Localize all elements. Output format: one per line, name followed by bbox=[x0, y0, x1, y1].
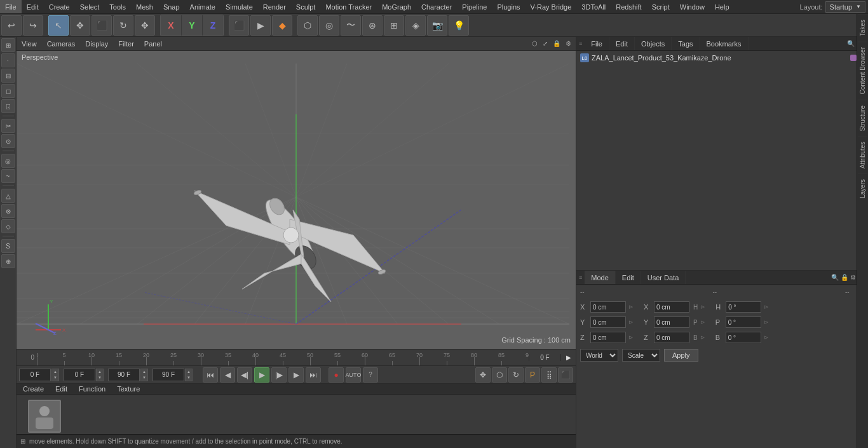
frame-current-input[interactable] bbox=[64, 369, 95, 381]
vp-menu-cameras[interactable]: Cameras bbox=[44, 40, 78, 48]
tp-move-mode-button[interactable]: ✥ bbox=[475, 367, 491, 383]
attr-size-h-input[interactable] bbox=[726, 301, 761, 313]
tp-key-mode-button[interactable]: ⬡ bbox=[492, 367, 507, 383]
axis-y-button[interactable]: Y bbox=[182, 15, 202, 36]
menu-mograph[interactable]: MoGraph bbox=[377, 0, 416, 13]
menu-window[interactable]: Window bbox=[675, 0, 710, 13]
attr-tab-edit[interactable]: Edit bbox=[616, 271, 641, 284]
vp-ctrl-maximize[interactable]: ⬡ bbox=[530, 39, 539, 48]
axis-z-button[interactable]: Z bbox=[203, 15, 223, 36]
menu-vray[interactable]: V-Ray Bridge bbox=[526, 0, 577, 13]
select-tool-button[interactable]: ↖ bbox=[48, 15, 69, 36]
tp-param-button[interactable]: P bbox=[525, 367, 540, 383]
obj-tab-edit[interactable]: Edit bbox=[609, 37, 635, 50]
obj-search-icon[interactable]: 🔍 bbox=[844, 40, 857, 47]
viewport[interactable]: Y X Z Perspective Grid Spacing : 100 cm bbox=[17, 51, 576, 349]
lt-polygons-button[interactable]: ◻ bbox=[1, 84, 15, 98]
tp-fcurve-button[interactable]: ↻ bbox=[508, 367, 524, 383]
obj-tab-bookmarks[interactable]: Bookmarks bbox=[700, 37, 749, 50]
render-region-button[interactable]: ⬛ bbox=[229, 15, 249, 36]
attr-settings-icon[interactable]: ⚙ bbox=[850, 274, 856, 281]
menu-3dtoall[interactable]: 3DToAll bbox=[576, 0, 611, 13]
mm-edit[interactable]: Edit bbox=[53, 384, 70, 394]
vp-ctrl-arrows[interactable]: ⤢ bbox=[541, 39, 550, 48]
attr-pos-y-input[interactable] bbox=[590, 316, 626, 328]
lt-knife-button[interactable]: ✂ bbox=[1, 119, 15, 133]
menu-help[interactable]: Help bbox=[710, 0, 735, 13]
lt-edges-button[interactable]: ⊟ bbox=[1, 69, 15, 83]
object-item[interactable]: L0 ZALA_Lancet_Product_53_Kamikaze_Drone bbox=[578, 52, 867, 64]
attr-tab-mode[interactable]: Mode bbox=[585, 271, 616, 284]
axis-x-button[interactable]: X bbox=[161, 15, 181, 36]
lt-sculpt-button[interactable]: ⊕ bbox=[1, 254, 15, 268]
menu-motion-tracker[interactable]: Motion Tracker bbox=[320, 0, 377, 13]
menu-animate[interactable]: Animate bbox=[185, 0, 220, 13]
menu-character[interactable]: Character bbox=[416, 0, 457, 13]
redo-button[interactable]: ↪ bbox=[23, 15, 43, 36]
vp-ctrl-lock[interactable]: 🔒 bbox=[551, 39, 562, 48]
transform-tool-button[interactable]: ✥ bbox=[135, 15, 155, 36]
lt-loop-button[interactable]: ⊙ bbox=[1, 134, 15, 148]
frame-current-spin[interactable]: ▲ ▼ bbox=[96, 369, 104, 381]
tp-next-frame-button[interactable]: ▶ bbox=[288, 367, 304, 383]
tp-prev-frame-button[interactable]: ◀ bbox=[220, 367, 235, 383]
menu-tools[interactable]: Tools bbox=[104, 0, 131, 13]
attr-search-icon[interactable]: 🔍 bbox=[831, 274, 839, 281]
side-tab-content-browser[interactable]: Content Browser bbox=[858, 41, 867, 99]
frame-end-input[interactable] bbox=[108, 369, 140, 381]
lt-uvw-button[interactable]: ⌺ bbox=[1, 99, 15, 113]
tp-play-button[interactable]: ▶ bbox=[254, 367, 269, 383]
obj-tab-file[interactable]: File bbox=[585, 37, 609, 50]
side-tab-takes[interactable]: Takes bbox=[858, 14, 867, 41]
transform-mode-dropdown[interactable]: Scale Move Rotate bbox=[622, 349, 660, 362]
attr-rot-h-input[interactable] bbox=[654, 301, 689, 313]
menu-simulate[interactable]: Simulate bbox=[220, 0, 258, 13]
attr-rot-b-input[interactable] bbox=[654, 332, 689, 343]
tp-prev-key-button[interactable]: ◀| bbox=[237, 367, 252, 383]
frame-start-spin[interactable]: ▲ ▼ bbox=[51, 369, 59, 381]
obj-tab-tags[interactable]: Tags bbox=[672, 37, 700, 50]
tp-auto-key-button[interactable]: AUTO bbox=[346, 367, 361, 383]
menu-plugins[interactable]: Plugins bbox=[492, 0, 525, 13]
tp-goto-end-button[interactable]: ⏭ bbox=[306, 367, 321, 383]
vp-menu-view[interactable]: View bbox=[19, 40, 39, 48]
light-button[interactable]: 💡 bbox=[449, 15, 469, 36]
side-tab-structure[interactable]: Structure bbox=[858, 100, 867, 137]
apply-button[interactable]: Apply bbox=[664, 349, 698, 362]
undo-button[interactable]: ↩ bbox=[1, 15, 22, 36]
vp-menu-display[interactable]: Display bbox=[83, 40, 111, 48]
lt-bevel-button[interactable]: ◇ bbox=[1, 219, 15, 233]
frame-start-input[interactable] bbox=[19, 369, 51, 381]
tp-record-button[interactable]: ● bbox=[329, 367, 344, 383]
attr-rot-p-input[interactable] bbox=[654, 316, 689, 328]
menu-edit[interactable]: Edit bbox=[22, 0, 44, 13]
lt-mode-button[interactable]: ⊞ bbox=[1, 38, 15, 52]
deformer-button[interactable]: ⊛ bbox=[362, 15, 383, 36]
side-tab-attributes[interactable]: Attributes bbox=[858, 136, 867, 173]
rotate-tool-button[interactable]: ↻ bbox=[113, 15, 133, 36]
lt-extrude-button[interactable]: △ bbox=[1, 189, 15, 203]
menu-pipeline[interactable]: Pipeline bbox=[457, 0, 492, 13]
mm-function[interactable]: Function bbox=[76, 384, 108, 394]
lt-smooth-button[interactable]: ~ bbox=[1, 169, 15, 183]
attr-lock-icon[interactable]: 🔒 bbox=[841, 274, 848, 281]
attr-size-p-input[interactable] bbox=[726, 316, 761, 328]
tp-goto-start-button[interactable]: ⏮ bbox=[203, 367, 218, 383]
vp-menu-filter[interactable]: Filter bbox=[116, 40, 136, 48]
camera-button[interactable]: 📷 bbox=[427, 15, 447, 36]
vp-ctrl-settings[interactable]: ⚙ bbox=[564, 39, 573, 48]
instance-button[interactable]: ◈ bbox=[405, 15, 426, 36]
menu-mesh[interactable]: Mesh bbox=[131, 0, 158, 13]
tp-next-key-button[interactable]: |▶ bbox=[271, 367, 287, 383]
menu-script[interactable]: Script bbox=[647, 0, 675, 13]
timeline-ruler[interactable]: 051015202530354045505560657075808590 bbox=[37, 350, 529, 366]
attr-tab-userdata[interactable]: User Data bbox=[641, 271, 686, 284]
tp-clapboard-button[interactable]: ⬛ bbox=[558, 367, 573, 383]
timeline-frame-arrow[interactable]: ▶ bbox=[560, 354, 576, 361]
obj-tab-objects[interactable]: Objects bbox=[635, 37, 672, 50]
attr-pos-z-input[interactable] bbox=[590, 332, 626, 343]
frame-end-spin[interactable]: ▲ ▼ bbox=[140, 369, 148, 381]
nurbs-button[interactable]: ◎ bbox=[319, 15, 339, 36]
frame-end2-input[interactable] bbox=[153, 369, 184, 381]
menu-select[interactable]: Select bbox=[75, 0, 105, 13]
